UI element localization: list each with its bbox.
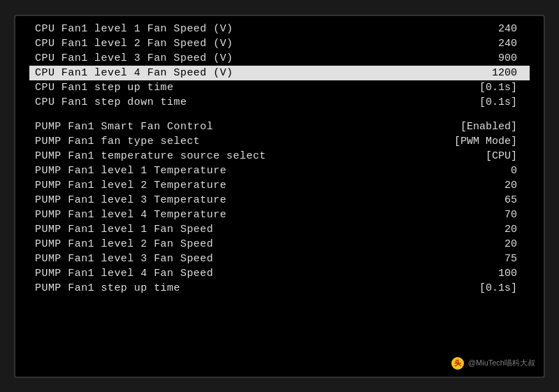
bios-row-label-12: PUMP Fan1 level 3 Temperature xyxy=(35,194,440,206)
watermark: 头 @MiuTech喵科大叔 xyxy=(451,357,535,370)
bios-row-15[interactable]: PUMP Fan1 level 2 Fan Speed20 xyxy=(29,237,530,252)
bios-row-label-16: PUMP Fan1 level 3 Fan Speed xyxy=(35,253,440,265)
bios-row-value-12: 65 xyxy=(440,194,524,206)
watermark-text: @MiuTech喵科大叔 xyxy=(468,358,535,366)
bios-row-0[interactable]: CPU Fan1 level 1 Fan Speed (V)240 xyxy=(29,22,530,36)
bios-row-14[interactable]: PUMP Fan1 level 1 Fan Speed20 xyxy=(29,222,530,237)
bios-row-label-14: PUMP Fan1 level 1 Fan Speed xyxy=(35,224,440,235)
bios-row-3[interactable]: CPU Fan1 level 4 Fan Speed (V)1200 xyxy=(29,66,530,80)
bios-row-label-5: CPU Fan1 step down time xyxy=(35,96,440,108)
bios-row-label-4: CPU Fan1 step up time xyxy=(35,82,440,94)
bios-screen: CPU Fan1 level 1 Fan Speed (V)240CPU Fan… xyxy=(14,15,545,378)
bios-row-value-5: [0.1s] xyxy=(440,96,524,108)
bios-row-13[interactable]: PUMP Fan1 level 4 Temperature70 xyxy=(29,208,530,222)
bios-row-1[interactable]: CPU Fan1 level 2 Fan Speed (V)240 xyxy=(29,36,530,51)
bios-row-label-11: PUMP Fan1 level 2 Temperature xyxy=(35,180,440,191)
bios-row-value-0: 240 xyxy=(440,23,524,35)
bios-row-5[interactable]: CPU Fan1 step down time[0.1s] xyxy=(29,95,530,110)
bios-row-value-15: 20 xyxy=(440,238,524,250)
bios-row-label-8: PUMP Fan1 fan type select xyxy=(35,136,440,147)
bios-row-value-11: 20 xyxy=(440,180,524,191)
bios-row-value-9: [CPU] xyxy=(440,150,524,162)
bios-row-value-2: 900 xyxy=(440,52,524,64)
bios-row-value-10: 0 xyxy=(440,165,524,177)
bios-row-17[interactable]: PUMP Fan1 level 4 Fan Speed100 xyxy=(29,266,530,281)
bios-row-value-7: [Enabled] xyxy=(440,121,524,133)
bios-row-value-16: 75 xyxy=(440,253,524,265)
bios-row-label-10: PUMP Fan1 level 1 Temperature xyxy=(35,165,440,177)
bios-row-10[interactable]: PUMP Fan1 level 1 Temperature0 xyxy=(29,164,530,178)
bios-row-label-13: PUMP Fan1 level 4 Temperature xyxy=(35,209,440,221)
bios-row-label-3: CPU Fan1 level 4 Fan Speed (V) xyxy=(35,67,440,79)
bios-row-18[interactable]: PUMP Fan1 step up time[0.1s] xyxy=(29,281,530,296)
bios-row-value-18: [0.1s] xyxy=(440,282,524,294)
bios-settings-table: CPU Fan1 level 1 Fan Speed (V)240CPU Fan… xyxy=(15,22,544,296)
bios-row-value-14: 20 xyxy=(440,224,524,235)
bios-row-7[interactable]: PUMP Fan1 Smart Fan Control[Enabled] xyxy=(29,119,530,134)
bios-row-value-13: 70 xyxy=(440,209,524,221)
bios-row-8[interactable]: PUMP Fan1 fan type select[PWM Mode] xyxy=(29,134,530,149)
bios-row-label-17: PUMP Fan1 level 4 Fan Speed xyxy=(35,268,440,280)
bios-row-value-1: 240 xyxy=(440,38,524,50)
bios-row-label-15: PUMP Fan1 level 2 Fan Speed xyxy=(35,238,440,250)
spacer-6 xyxy=(29,110,530,119)
bios-row-16[interactable]: PUMP Fan1 level 3 Fan Speed75 xyxy=(29,252,530,266)
bios-row-label-18: PUMP Fan1 step up time xyxy=(35,282,440,294)
bios-row-label-0: CPU Fan1 level 1 Fan Speed (V) xyxy=(35,23,440,35)
bios-row-label-9: PUMP Fan1 temperature source select xyxy=(35,150,440,162)
bios-row-11[interactable]: PUMP Fan1 level 2 Temperature20 xyxy=(29,178,530,193)
bios-row-9[interactable]: PUMP Fan1 temperature source select[CPU] xyxy=(29,149,530,164)
bios-row-4[interactable]: CPU Fan1 step up time[0.1s] xyxy=(29,80,530,95)
bios-row-label-7: PUMP Fan1 Smart Fan Control xyxy=(35,121,440,133)
bios-row-value-3: 1200 xyxy=(440,67,524,79)
bios-row-label-2: CPU Fan1 level 3 Fan Speed (V) xyxy=(35,52,440,64)
bios-row-2[interactable]: CPU Fan1 level 3 Fan Speed (V)900 xyxy=(29,51,530,66)
watermark-icon: 头 xyxy=(451,357,464,370)
bios-row-value-17: 100 xyxy=(440,268,524,280)
bios-row-12[interactable]: PUMP Fan1 level 3 Temperature65 xyxy=(29,193,530,208)
bios-row-label-1: CPU Fan1 level 2 Fan Speed (V) xyxy=(35,38,440,50)
bios-row-value-8: [PWM Mode] xyxy=(440,136,524,147)
bios-row-value-4: [0.1s] xyxy=(440,82,524,94)
